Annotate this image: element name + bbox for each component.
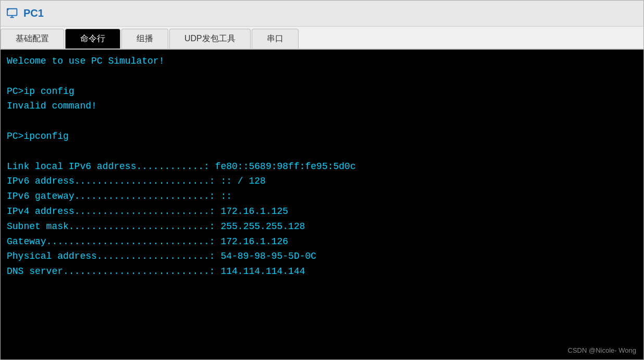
terminal-output: Welcome to use PC Simulator! PC>ip confi… — [7, 54, 637, 279]
pc-icon — [7, 7, 19, 20]
window-title: PC1 — [23, 7, 44, 19]
title-bar: PC1 — [1, 1, 643, 27]
tab-serial[interactable]: 串口 — [252, 29, 299, 49]
terminal-area[interactable]: Welcome to use PC Simulator! PC>ip confi… — [1, 50, 643, 359]
main-window: PC1 基础配置命令行组播UDP发包工具串口 Welcome to use PC… — [0, 0, 644, 360]
svg-rect-0 — [7, 8, 17, 15]
watermark: CSDN @Nicole- Wong — [568, 346, 636, 354]
tab-multicast[interactable]: 组播 — [121, 29, 168, 49]
tab-basic[interactable]: 基础配置 — [1, 29, 64, 49]
tab-udp[interactable]: UDP发包工具 — [169, 29, 251, 49]
tab-bar: 基础配置命令行组播UDP发包工具串口 — [1, 27, 643, 50]
tab-cmd[interactable]: 命令行 — [65, 29, 120, 49]
